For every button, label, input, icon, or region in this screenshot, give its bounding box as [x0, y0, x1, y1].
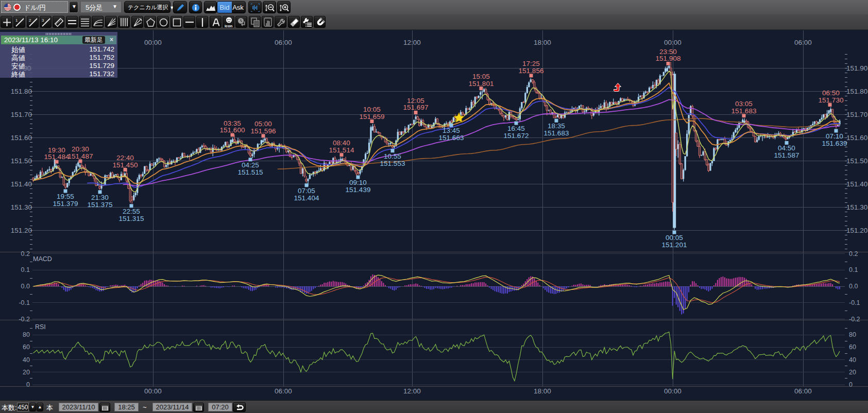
- svg-text:151.600: 151.600: [220, 126, 245, 134]
- svg-text:80: 80: [23, 331, 30, 338]
- svg-text:0: 0: [849, 381, 853, 388]
- svg-text:13:45: 13:45: [442, 127, 460, 134]
- svg-text:151.663: 151.663: [439, 134, 464, 142]
- svg-text:07:10: 07:10: [826, 132, 843, 140]
- svg-text:10:55: 10:55: [384, 152, 401, 160]
- svg-text:151.20: 151.20: [846, 227, 867, 234]
- svg-text:21:30: 21:30: [91, 194, 109, 201]
- svg-text:MACD: MACD: [33, 255, 52, 263]
- svg-text:06:00: 06:00: [794, 387, 812, 395]
- svg-text:151.515: 151.515: [238, 168, 263, 176]
- svg-text:0.2: 0.2: [849, 250, 858, 257]
- svg-text:RSI: RSI: [35, 323, 46, 331]
- svg-text:151.90: 151.90: [846, 64, 867, 72]
- svg-text:151.379: 151.379: [53, 200, 78, 208]
- svg-text:151.30: 151.30: [11, 203, 32, 211]
- svg-text:151.672: 151.672: [504, 132, 529, 140]
- svg-text:151.80: 151.80: [846, 88, 867, 95]
- svg-text:18:00: 18:00: [534, 39, 551, 46]
- svg-text:12:00: 12:00: [403, 39, 421, 46]
- svg-text:20: 20: [23, 369, 30, 376]
- svg-text:18:35: 18:35: [548, 122, 565, 130]
- svg-text:151.315: 151.315: [119, 215, 144, 222]
- svg-text:151.514: 151.514: [329, 146, 354, 154]
- svg-text:icon: icon: [225, 24, 233, 28]
- svg-text:151.201: 151.201: [662, 241, 687, 249]
- svg-text:0: 0: [26, 381, 30, 388]
- svg-text:00:00: 00:00: [144, 387, 162, 395]
- svg-text:151.553: 151.553: [380, 160, 405, 167]
- svg-text:-0.2: -0.2: [19, 316, 30, 323]
- svg-text:04:50: 04:50: [778, 144, 795, 152]
- svg-text:151.40: 151.40: [846, 180, 867, 188]
- svg-text:151.487: 151.487: [68, 152, 93, 160]
- svg-text:151.60: 151.60: [846, 134, 867, 142]
- svg-text:151.50: 151.50: [846, 157, 867, 165]
- svg-text:60: 60: [23, 343, 30, 351]
- svg-text:20: 20: [849, 369, 856, 376]
- svg-text:151.375: 151.375: [88, 201, 113, 209]
- svg-text:04:25: 04:25: [242, 161, 259, 169]
- svg-text:07:05: 07:05: [298, 187, 315, 195]
- svg-text:151.30: 151.30: [846, 203, 867, 211]
- svg-text:40: 40: [23, 356, 30, 364]
- svg-text:151.856: 151.856: [519, 67, 544, 75]
- svg-text:151.730: 151.730: [819, 96, 844, 104]
- svg-text:00:00: 00:00: [664, 387, 682, 395]
- svg-text:151.596: 151.596: [251, 127, 276, 135]
- svg-text:151.40: 151.40: [11, 180, 32, 188]
- svg-text:151.439: 151.439: [346, 186, 371, 194]
- svg-text:151.484: 151.484: [44, 153, 70, 161]
- svg-text:151.683: 151.683: [544, 129, 569, 137]
- svg-text:09:10: 09:10: [349, 179, 367, 186]
- svg-text:151.20: 151.20: [11, 227, 32, 234]
- svg-text:40: 40: [849, 356, 856, 364]
- svg-text:151.404: 151.404: [294, 194, 319, 202]
- svg-text:151.697: 151.697: [403, 104, 429, 111]
- svg-text:151.908: 151.908: [656, 55, 681, 62]
- svg-text:151.639: 151.639: [822, 140, 847, 147]
- svg-text:-0.1: -0.1: [849, 299, 860, 306]
- svg-text:06:00: 06:00: [275, 39, 292, 46]
- svg-text:0.2: 0.2: [21, 250, 30, 257]
- svg-text:0.1: 0.1: [21, 266, 30, 273]
- svg-text:0.0: 0.0: [849, 283, 858, 290]
- svg-text:1: 1: [15, 18, 18, 23]
- svg-text:18:00: 18:00: [534, 387, 551, 395]
- svg-text:0.0: 0.0: [21, 283, 30, 290]
- svg-text:151.50: 151.50: [11, 157, 32, 165]
- svg-text:80: 80: [849, 331, 856, 338]
- svg-text:151.801: 151.801: [469, 80, 494, 88]
- svg-text:19:55: 19:55: [57, 193, 74, 200]
- svg-text:06:00: 06:00: [275, 387, 292, 395]
- svg-text:2: 2: [29, 18, 31, 23]
- svg-text:3: 3: [42, 18, 44, 23]
- svg-text:151.659: 151.659: [360, 113, 385, 121]
- svg-text:151.587: 151.587: [774, 151, 799, 159]
- svg-text:12:00: 12:00: [403, 387, 421, 395]
- svg-text:151.450: 151.450: [113, 161, 138, 169]
- svg-text:00:00: 00:00: [664, 39, 682, 46]
- svg-text:0.1: 0.1: [849, 266, 858, 273]
- svg-text:151.70: 151.70: [846, 111, 867, 118]
- svg-text:00:00: 00:00: [144, 39, 162, 46]
- svg-text:00:05: 00:05: [666, 234, 683, 242]
- svg-text:22:55: 22:55: [123, 208, 140, 215]
- svg-text:151.683: 151.683: [731, 107, 757, 115]
- svg-text:-0.2: -0.2: [849, 316, 860, 323]
- svg-text:60: 60: [849, 343, 856, 351]
- svg-text:151.70: 151.70: [11, 111, 32, 118]
- svg-text:-0.1: -0.1: [19, 299, 30, 306]
- svg-text:151.80: 151.80: [11, 88, 32, 95]
- svg-text:06:00: 06:00: [794, 39, 812, 46]
- svg-text:151.60: 151.60: [11, 134, 32, 142]
- svg-text:16:45: 16:45: [507, 125, 525, 132]
